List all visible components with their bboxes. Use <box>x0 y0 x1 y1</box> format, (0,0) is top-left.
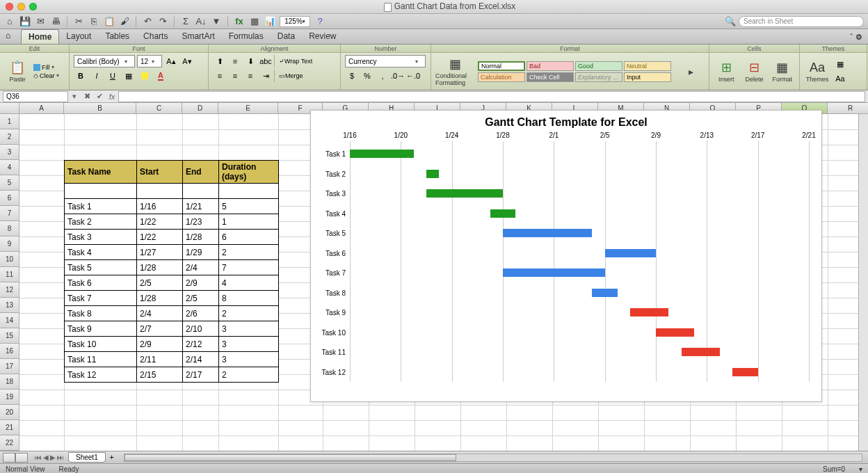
row-header[interactable]: 17 <box>0 359 19 374</box>
gantt-bar[interactable] <box>350 150 414 158</box>
table-cell[interactable]: 2/11 <box>137 352 183 367</box>
row-header[interactable]: 4 <box>0 160 19 175</box>
format-painter-icon[interactable]: 🖌 <box>119 16 130 27</box>
cancel-formula-icon[interactable]: ✖ <box>81 92 93 101</box>
fx-button[interactable]: fx <box>106 93 118 101</box>
gantt-bar[interactable] <box>490 209 516 218</box>
table-cell[interactable]: Task 8 <box>65 306 137 321</box>
fill-button[interactable]: Fill▾ <box>33 64 63 71</box>
app-home-icon[interactable]: ⌂ <box>6 31 17 42</box>
row-header[interactable]: 2 <box>0 129 19 145</box>
align-right-icon[interactable]: ≡ <box>243 70 257 82</box>
table-cell[interactable]: 3 <box>219 352 279 367</box>
table-cell[interactable]: 2/4 <box>183 260 219 275</box>
number-format-combo[interactable]: Currency▾ <box>345 55 426 67</box>
redo-icon[interactable]: ↷ <box>157 16 168 27</box>
save-icon[interactable]: 💾 <box>19 16 31 27</box>
table-header[interactable]: Duration (days) <box>219 161 279 184</box>
table-cell[interactable]: 1/28 <box>137 260 183 275</box>
table-cell[interactable]: 6 <box>219 230 279 245</box>
row-header[interactable]: 11 <box>0 267 19 282</box>
table-cell[interactable]: 2 <box>219 367 279 383</box>
themes-button[interactable]: AaThemes <box>804 61 830 83</box>
table-cell[interactable]: Task 7 <box>65 291 137 306</box>
close-window-button[interactable] <box>6 3 13 10</box>
gantt-bar[interactable] <box>630 308 668 316</box>
tab-formulas[interactable]: Formulas <box>222 29 271 44</box>
theme-fonts-icon[interactable]: Aa <box>833 72 847 85</box>
table-cell[interactable]: 3 <box>219 337 279 352</box>
row-header[interactable]: 8 <box>0 221 19 236</box>
select-all-corner[interactable] <box>0 103 19 114</box>
table-cell[interactable]: 2/5 <box>137 275 183 291</box>
font-name-combo[interactable]: Calibri (Body)▾ <box>74 55 135 67</box>
search-icon[interactable]: 🔍 <box>725 16 736 27</box>
row-header[interactable]: 19 <box>0 390 19 405</box>
table-cell[interactable]: 1/28 <box>183 230 219 245</box>
tab-home[interactable]: Home <box>21 29 59 44</box>
indent-icon[interactable]: ⇥ <box>259 70 273 82</box>
table-cell[interactable]: Task 10 <box>65 337 137 352</box>
normal-view-icon[interactable] <box>3 453 15 463</box>
chart-icon[interactable]: 📊 <box>264 16 275 27</box>
row-header[interactable]: 16 <box>0 344 19 359</box>
align-top-icon[interactable]: ⬆ <box>213 55 227 67</box>
minimize-window-button[interactable] <box>17 3 25 10</box>
gantt-bar[interactable] <box>732 368 758 376</box>
gantt-bar[interactable] <box>656 328 694 337</box>
table-cell[interactable]: 7 <box>219 260 279 275</box>
next-sheet-icon[interactable]: ▶ <box>50 454 56 461</box>
sheet-tab-sheet1[interactable]: Sheet1 <box>68 452 106 463</box>
style-calculation[interactable]: Calculation <box>478 72 525 82</box>
orientation-icon[interactable]: abc <box>259 55 273 67</box>
increase-decimal-icon[interactable]: .0→ <box>391 70 405 82</box>
row-header[interactable]: 1 <box>0 114 19 129</box>
gantt-chart[interactable]: Gantt Chart Template for Excel 1/161/201… <box>310 110 822 402</box>
fx-icon[interactable]: fx <box>234 16 245 27</box>
add-sheet-icon[interactable]: + <box>106 454 118 461</box>
table-cell[interactable]: 1/21 <box>183 199 219 214</box>
column-header[interactable]: E <box>218 103 278 114</box>
theme-colors-icon[interactable]: ▦ <box>833 58 847 71</box>
style-bad[interactable]: Bad <box>527 61 574 71</box>
help-icon[interactable]: ? <box>314 16 326 27</box>
table-cell[interactable]: 4 <box>219 275 279 291</box>
style-check-cell[interactable]: Check Cell <box>527 72 574 82</box>
tab-data[interactable]: Data <box>271 29 302 44</box>
align-bottom-icon[interactable]: ⬇ <box>243 55 257 67</box>
table-cell[interactable]: 2/14 <box>183 352 219 367</box>
wrap-text-button[interactable]: ⤶ Wrap Text <box>276 55 315 67</box>
table-cell[interactable]: Task 11 <box>65 352 137 367</box>
decrease-decimal-icon[interactable]: ←.0 <box>406 70 420 82</box>
delete-cells-button[interactable]: ⊟Delete <box>741 60 766 83</box>
conditional-formatting-button[interactable]: ▦Conditional Formatting <box>435 56 474 86</box>
italic-button[interactable]: I <box>90 70 104 82</box>
table-cell[interactable]: Task 3 <box>65 230 137 245</box>
spreadsheet-grid[interactable]: ABCDEFGHIJKLMNOPQR 123456789101112131415… <box>0 103 868 451</box>
table-cell[interactable]: Task 6 <box>65 275 137 291</box>
table-cell[interactable]: 2/9 <box>183 275 219 291</box>
row-header[interactable]: 15 <box>0 328 19 344</box>
table-cell[interactable]: 2/6 <box>183 306 219 321</box>
status-dropdown-icon[interactable]: ▾ <box>859 465 862 473</box>
collapse-ribbon-icon[interactable]: ˇ <box>850 33 853 42</box>
row-header[interactable]: 21 <box>0 420 19 435</box>
table-cell[interactable]: 2/15 <box>137 367 183 383</box>
row-header[interactable]: 20 <box>0 405 19 420</box>
table-cell[interactable]: 1/22 <box>137 230 183 245</box>
table-cell[interactable]: 2/10 <box>183 321 219 337</box>
underline-button[interactable]: U <box>106 70 120 82</box>
row-header[interactable]: 12 <box>0 282 19 298</box>
tab-charts[interactable]: Charts <box>136 29 175 44</box>
vertical-scrollbar[interactable] <box>858 114 868 451</box>
row-header[interactable]: 9 <box>0 236 19 252</box>
table-cell[interactable]: 1/23 <box>183 214 219 230</box>
table-cell[interactable]: 1 <box>219 214 279 230</box>
column-header[interactable]: R <box>828 103 868 114</box>
table-cell[interactable]: Task 12 <box>65 367 137 383</box>
bold-button[interactable]: B <box>74 70 88 82</box>
table-cell[interactable]: Task 2 <box>65 214 137 230</box>
font-color-button[interactable]: A <box>154 70 168 82</box>
name-dropdown-icon[interactable]: ▾ <box>68 92 81 101</box>
style-normal[interactable]: Normal <box>478 61 525 71</box>
